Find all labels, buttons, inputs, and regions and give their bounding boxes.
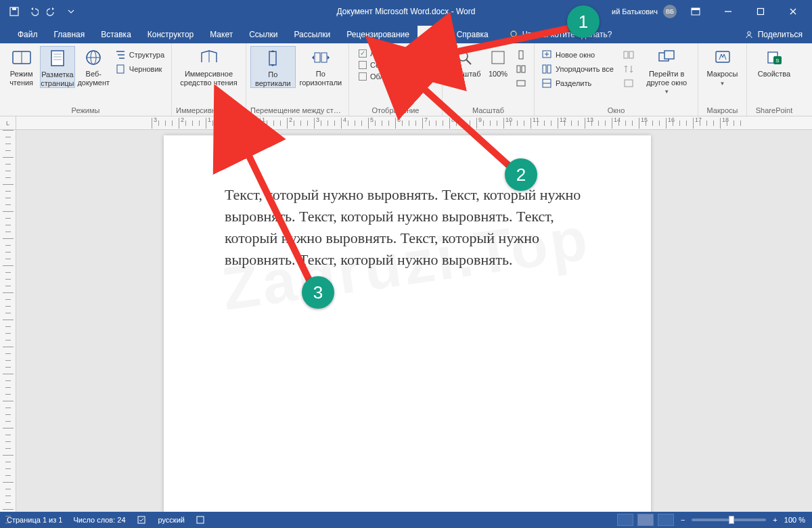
zoom-slider[interactable] [692,519,766,521]
spellcheck-icon[interactable] [137,515,148,525]
indent-marker-icon[interactable] [238,117,246,129]
vertical-page-button[interactable]: По вертикали [250,46,296,88]
status-page[interactable]: Страница 1 из 1 [7,516,62,524]
split-button[interactable]: Разделить [539,77,619,89]
read-mode-button[interactable]: Режим чтения [4,46,39,87]
ribbon-display-options-button[interactable] [682,1,709,22]
document-body-text[interactable]: Текст, который нужно выровнять. Текст, к… [225,184,590,271]
document-page[interactable]: Текст, который нужно выровнять. Текст, к… [164,135,651,512]
group-show-label: Отображение [353,105,438,116]
share-icon [744,30,754,39]
tab-layout[interactable]: Макет [202,26,241,43]
maximize-button[interactable] [747,1,774,22]
status-language[interactable]: русский [158,516,185,524]
multi-page-icon [516,64,526,74]
macros-button[interactable]: Макросы ▼ [702,46,742,87]
zoom-in-button[interactable]: + [770,516,780,524]
tab-help[interactable]: Справка [449,26,497,43]
print-layout-button[interactable]: Разметка страницы [40,46,74,88]
view-print-button[interactable] [637,514,654,526]
tab-references[interactable]: Ссылки [241,26,286,43]
quick-access-toolbar [0,5,77,18]
zoom-slider-thumb[interactable] [729,516,734,524]
draft-button[interactable]: Черновик [112,63,167,75]
navigation-pane-checkbox[interactable]: Область навигации [356,72,440,81]
minimize-button[interactable] [715,1,742,22]
arrange-all-button[interactable]: Упорядочить все [539,63,619,75]
group-zoom-label: Масштаб [447,105,530,116]
properties-button[interactable]: S Свойства [751,46,797,79]
group-show: Линейка Сетка Область навигации Отображе… [349,43,443,116]
save-button[interactable] [8,5,20,18]
one-page-button[interactable] [513,49,529,61]
zoom-100-button[interactable]: 100% [484,46,512,79]
close-button[interactable] [780,1,807,22]
vertical-ruler[interactable] [0,130,16,512]
svg-rect-5 [758,9,764,15]
new-window-icon [541,49,552,60]
undo-button[interactable] [27,5,39,18]
horizontal-ruler[interactable]: 3210123456789101112131415161718 [16,116,812,130]
immersive-reader-button[interactable]: Иммерсивное средство чтения [176,46,242,87]
gridlines-checkbox[interactable]: Сетка [356,60,440,70]
chevron-down-icon: ▼ [664,89,669,95]
view-read-button[interactable] [617,514,633,526]
zoom-100-icon [488,49,508,68]
svg-rect-1 [12,7,16,10]
svg-rect-39 [664,51,674,59]
qat-customize-button[interactable] [65,5,77,18]
read-mode-icon [12,49,32,68]
tab-view[interactable]: Вид [418,26,449,43]
redo-button[interactable] [46,5,58,18]
svg-text:S: S [775,58,779,64]
switch-windows-button[interactable]: Перейти в другое окно ▼ [639,46,694,95]
svg-rect-37 [625,80,633,87]
horizontal-page-label: По горизонтали [297,70,344,87]
tab-insert[interactable]: Вставка [93,26,139,43]
macros-label: Макросы [707,70,738,79]
outline-button[interactable]: Структура [112,49,167,61]
svg-rect-28 [522,66,525,72]
status-word-count[interactable]: Число слов: 24 [73,516,125,524]
svg-rect-44 [138,516,145,523]
magnifier-icon [455,49,475,68]
view-side-by-side-button[interactable] [621,49,638,61]
ribbon-tabs: Файл Главная Вставка Конструктор Макет С… [0,23,812,43]
macros-icon [713,49,733,68]
page-width-icon [516,78,526,89]
ruler-corner[interactable]: L [0,116,16,130]
sync-scroll-button[interactable] [621,63,638,75]
view-web-button[interactable] [658,514,674,526]
chevron-down-icon: ▼ [720,81,725,87]
tab-design[interactable]: Конструктор [139,26,202,43]
outline-icon [115,49,126,60]
page-width-button[interactable] [513,77,529,89]
accessibility-icon[interactable] [196,515,205,525]
tab-mailings[interactable]: Рассылки [286,26,338,43]
group-sharepoint: S Свойства SharePoint [747,43,801,116]
annotation-callout-2: 2 [505,158,537,191]
tab-home[interactable]: Главная [46,26,93,43]
tab-review[interactable]: Рецензирование [338,26,418,43]
read-mode-label: Режим чтения [4,70,39,87]
group-page-movement: По вертикали По горизонтали Перемещение … [246,43,349,116]
web-layout-button[interactable]: Веб-документ [76,46,111,87]
zoom-out-button[interactable]: − [678,516,687,524]
user-avatar[interactable]: ВБ [663,5,677,18]
group-views-label: Режимы [4,105,167,116]
group-immersive: Иммерсивное средство чтения Иммерсивный … [172,43,246,116]
svg-rect-29 [517,81,525,86]
page-viewport[interactable]: Текст, который нужно выровнять. Текст, к… [16,130,812,512]
web-layout-label: Веб-документ [76,70,111,87]
share-button[interactable]: Поделиться [735,26,812,43]
print-layout-label: Разметка страницы [41,70,74,87]
tab-file[interactable]: Файл [9,26,46,43]
status-zoom[interactable]: 100 % [784,516,805,524]
multi-page-button[interactable] [513,63,529,75]
ruler-checkbox[interactable]: Линейка [356,49,440,58]
new-window-button[interactable]: Новое окно [539,49,619,61]
zoom-button[interactable]: Масштаб [447,46,483,79]
reset-window-button[interactable] [621,77,638,89]
horizontal-page-button[interactable]: По горизонтали [297,46,344,87]
properties-label: Свойства [758,70,790,79]
